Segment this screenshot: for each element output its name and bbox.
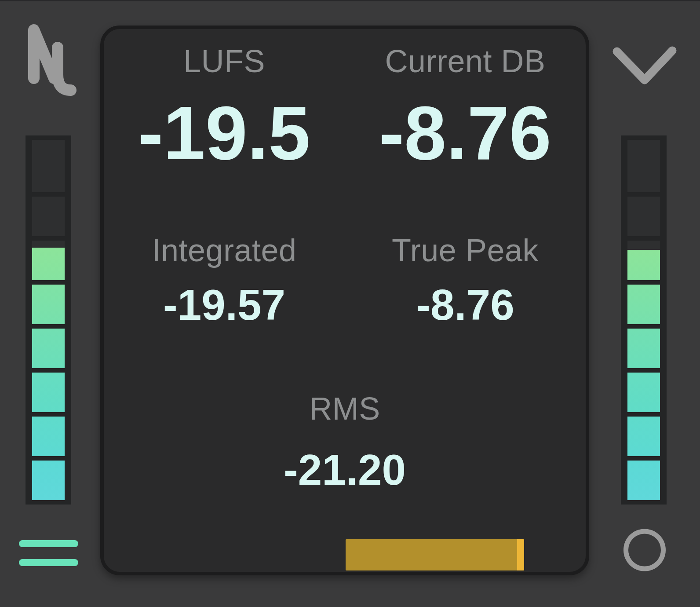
true-peak-value: -8.76 bbox=[345, 283, 586, 326]
meter-segment bbox=[627, 417, 660, 456]
rms-value: -21.20 bbox=[104, 448, 586, 491]
meter-segment bbox=[32, 197, 65, 236]
current-db-label: Current DB bbox=[345, 45, 586, 77]
progress-bar-tip bbox=[517, 539, 524, 570]
reset-circle-button[interactable] bbox=[623, 529, 666, 571]
meter-segment bbox=[627, 140, 660, 192]
lufs-value: -19.5 bbox=[104, 95, 345, 171]
progress-bar bbox=[346, 539, 524, 570]
menu-equals-icon[interactable] bbox=[19, 540, 78, 566]
lufs-meter-device: LUFS Current DB -19.5 -8.76 Integrated T… bbox=[0, 0, 700, 607]
meter-segment bbox=[32, 140, 65, 192]
rms-label: RMS bbox=[104, 393, 586, 424]
integrated-label: Integrated bbox=[104, 234, 345, 266]
equals-bar-bottom bbox=[19, 559, 78, 566]
display-panel: LUFS Current DB -19.5 -8.76 Integrated T… bbox=[100, 26, 589, 575]
meter-segment bbox=[32, 373, 65, 412]
meter-segment bbox=[627, 241, 660, 280]
meter-segment bbox=[627, 461, 660, 500]
integrated-value: -19.57 bbox=[104, 283, 345, 326]
meter-segment bbox=[627, 373, 660, 412]
meter-segment bbox=[627, 197, 660, 236]
current-db-value: -8.76 bbox=[345, 95, 586, 171]
level-meter-right bbox=[621, 135, 667, 505]
nl-logo-icon bbox=[23, 23, 79, 99]
meter-segment bbox=[627, 285, 660, 324]
true-peak-label: True Peak bbox=[345, 234, 586, 266]
level-meter-left bbox=[26, 135, 71, 505]
meter-segment bbox=[32, 285, 65, 324]
window-top-edge bbox=[0, 0, 700, 1]
meter-segment bbox=[627, 329, 660, 368]
lufs-label: LUFS bbox=[104, 45, 345, 77]
equals-bar-top bbox=[19, 540, 78, 547]
chevron-down-icon[interactable] bbox=[612, 45, 677, 86]
meter-segment bbox=[32, 329, 65, 368]
meter-segment bbox=[32, 461, 65, 500]
meter-segment bbox=[32, 241, 65, 280]
meter-segment bbox=[32, 417, 65, 456]
